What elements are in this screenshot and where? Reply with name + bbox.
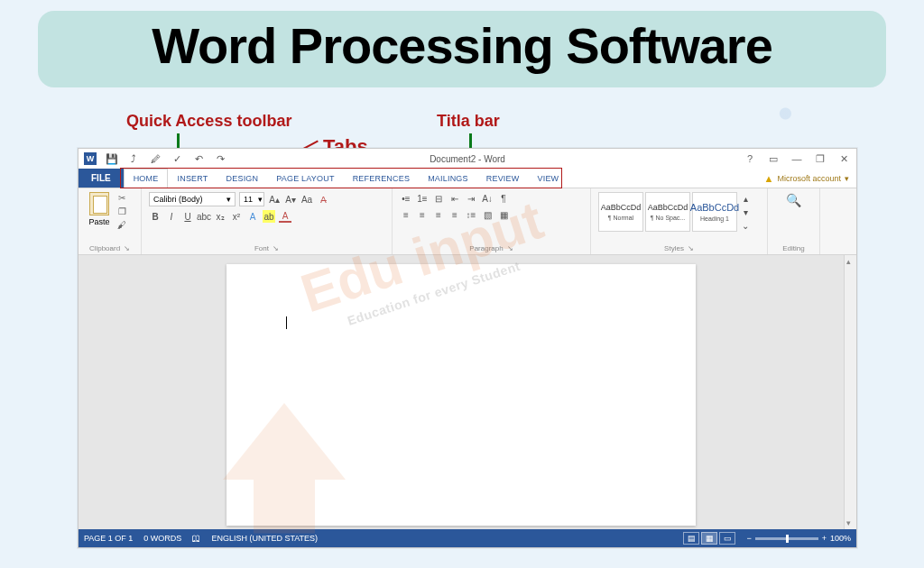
- font-name-value: Calibri (Body): [153, 195, 203, 204]
- zoom-value[interactable]: 100%: [830, 534, 851, 543]
- dialog-launcher-icon[interactable]: ↘: [507, 244, 513, 252]
- qat-icon-3[interactable]: ✓: [171, 152, 183, 165]
- help-icon[interactable]: ?: [743, 152, 757, 165]
- align-left-icon[interactable]: ≡: [400, 208, 412, 221]
- zoom-out-icon[interactable]: −: [746, 534, 751, 543]
- paragraph-label-text: Paragraph: [469, 244, 503, 252]
- clear-formatting-icon[interactable]: A̶: [317, 193, 329, 206]
- sort-icon[interactable]: A↓: [481, 192, 494, 205]
- spellcheck-icon[interactable]: 🕮: [192, 534, 200, 543]
- save-icon[interactable]: 💾: [106, 152, 118, 165]
- editing-label-text: Editing: [782, 244, 804, 252]
- zoom-slider[interactable]: − + 100%: [746, 534, 851, 543]
- ribbon-group-editing: 🔍 Editing: [768, 188, 820, 254]
- close-icon[interactable]: ✕: [836, 152, 851, 165]
- vertical-scrollbar[interactable]: [844, 255, 856, 529]
- paste-button[interactable]: Paste: [86, 192, 113, 230]
- status-words[interactable]: 0 WORDS: [143, 534, 181, 543]
- numbering-icon[interactable]: 1≡: [416, 192, 429, 205]
- status-language[interactable]: ENGLISH (UNITED STATES): [211, 534, 318, 543]
- font-name-select[interactable]: Calibri (Body) ▾: [149, 192, 236, 206]
- show-hide-icon[interactable]: ¶: [497, 192, 510, 205]
- status-page[interactable]: PAGE 1 OF 1: [84, 534, 133, 543]
- clipboard-group-label: Clipboard ↘: [86, 244, 134, 252]
- redo-icon[interactable]: ↷: [214, 152, 226, 165]
- find-icon[interactable]: 🔍: [786, 192, 802, 208]
- style-normal[interactable]: AaBbCcDd ¶ Normal: [598, 192, 643, 232]
- zoom-track[interactable]: [755, 537, 818, 540]
- styles-down-icon[interactable]: ▾: [739, 206, 752, 218]
- dialog-launcher-icon[interactable]: ↘: [124, 244, 130, 252]
- align-right-icon[interactable]: ≡: [432, 208, 445, 221]
- tab-review[interactable]: REVIEW: [477, 169, 529, 188]
- strikethrough-icon[interactable]: abc: [198, 210, 210, 223]
- dialog-launcher-icon[interactable]: ↘: [273, 244, 279, 252]
- print-layout-icon[interactable]: ▦: [701, 532, 717, 545]
- font-label-text: Font: [254, 244, 269, 252]
- bullets-icon[interactable]: •≡: [400, 192, 412, 205]
- grow-font-icon[interactable]: A▴: [268, 193, 281, 206]
- change-case-icon[interactable]: Aa: [300, 193, 313, 206]
- bold-icon[interactable]: B: [149, 210, 162, 223]
- highlight-icon[interactable]: ab: [263, 210, 275, 223]
- superscript-icon[interactable]: x²: [230, 210, 243, 223]
- font-color-icon[interactable]: A: [279, 210, 291, 223]
- annot-titlebar: Titla bar: [437, 112, 500, 131]
- styles-more-icon[interactable]: ⌄: [739, 219, 752, 232]
- clipboard-controls: Paste ✂ ❐ 🖌: [86, 192, 134, 230]
- ribbon-display-options-icon[interactable]: ▭: [766, 152, 781, 165]
- multilevel-list-icon[interactable]: ⊟: [432, 192, 445, 205]
- copy-icon[interactable]: ❐: [116, 206, 127, 216]
- line-spacing-icon[interactable]: ↕≡: [465, 208, 477, 221]
- italic-icon[interactable]: I: [165, 210, 178, 223]
- tab-references[interactable]: REFERENCES: [344, 169, 420, 188]
- status-bar: PAGE 1 OF 1 0 WORDS 🕮 ENGLISH (UNITED ST…: [79, 529, 856, 547]
- tab-home[interactable]: HOME: [124, 169, 169, 188]
- ribbon: Paste ✂ ❐ 🖌 Clipboard ↘ Calibri (Body): [79, 188, 856, 255]
- increase-indent-icon[interactable]: ⇥: [465, 192, 477, 205]
- borders-icon[interactable]: ▦: [497, 208, 510, 221]
- undo-icon[interactable]: ↶: [192, 152, 205, 165]
- style-preview: AaBbCcDd: [648, 203, 688, 212]
- account-warning[interactable]: ▲ Microsoft account ▾: [764, 169, 856, 188]
- tab-page-layout[interactable]: PAGE LAYOUT: [267, 169, 343, 188]
- zoom-thumb[interactable]: [786, 535, 789, 543]
- shrink-font-icon[interactable]: A▾: [284, 193, 297, 206]
- subscript-icon[interactable]: x₂: [214, 210, 226, 223]
- cut-icon[interactable]: ✂: [116, 192, 127, 203]
- paste-label: Paste: [88, 217, 109, 226]
- tab-design[interactable]: DESIGN: [217, 169, 268, 188]
- decrease-indent-icon[interactable]: ⇤: [448, 192, 461, 205]
- dialog-launcher-icon[interactable]: ↘: [688, 244, 694, 252]
- minimize-icon[interactable]: —: [790, 152, 804, 165]
- document-page[interactable]: [226, 264, 696, 526]
- page-title: Word Processing Software: [56, 16, 868, 75]
- maximize-icon[interactable]: ❐: [813, 152, 827, 165]
- align-center-icon[interactable]: ≡: [416, 208, 429, 221]
- style-heading-1[interactable]: AaBbCcDd Heading 1: [692, 192, 737, 232]
- paste-icon: [89, 192, 109, 215]
- shading-icon[interactable]: ▧: [481, 208, 494, 221]
- qat-icon-1[interactable]: ⤴: [127, 152, 140, 165]
- style-no-spacing[interactable]: AaBbCcDd ¶ No Spac...: [645, 192, 690, 232]
- format-painter-icon[interactable]: 🖌: [116, 219, 127, 230]
- chevron-down-icon: ▾: [845, 174, 849, 183]
- tab-mailings[interactable]: MAILINGS: [419, 169, 477, 188]
- text-effects-icon[interactable]: A: [246, 210, 259, 223]
- chevron-down-icon: ▾: [226, 195, 231, 204]
- font-size-select[interactable]: 11 ▾: [239, 192, 264, 206]
- styles-up-icon[interactable]: ▴: [739, 192, 752, 205]
- ribbon-group-styles: AaBbCcDd ¶ Normal AaBbCcDd ¶ No Spac... …: [591, 188, 768, 254]
- tab-file[interactable]: FILE: [79, 169, 124, 188]
- web-layout-icon[interactable]: ▭: [719, 532, 735, 545]
- page-title-chip: Word Processing Software: [38, 11, 886, 87]
- qat-icon-2[interactable]: 🖉: [149, 152, 162, 165]
- justify-icon[interactable]: ≡: [448, 208, 461, 221]
- underline-icon[interactable]: U: [181, 210, 194, 223]
- document-area: [79, 255, 856, 529]
- tab-view[interactable]: VIEW: [528, 169, 568, 188]
- read-mode-icon[interactable]: ▤: [683, 532, 699, 545]
- tab-insert[interactable]: INSERT: [168, 169, 217, 188]
- zoom-in-icon[interactable]: +: [822, 534, 827, 543]
- view-buttons: ▤ ▦ ▭: [683, 532, 735, 545]
